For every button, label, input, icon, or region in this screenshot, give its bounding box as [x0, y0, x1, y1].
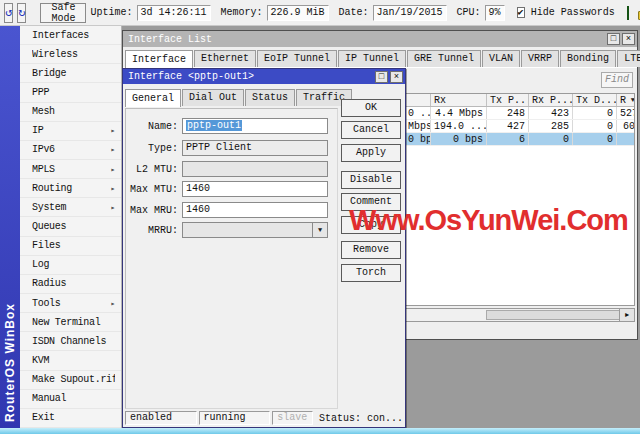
- maximize-button[interactable]: □: [607, 33, 620, 45]
- tab-eoip-tunnel[interactable]: EoIP Tunnel: [257, 50, 337, 67]
- cell-rx-packets: 285: [528, 120, 572, 132]
- tab-status[interactable]: Status: [245, 89, 295, 106]
- sidebar-item-files[interactable]: Files: [20, 237, 121, 256]
- torch-button[interactable]: Torch: [341, 264, 401, 282]
- disable-button[interactable]: Disable: [341, 171, 401, 189]
- redo-button[interactable]: ↻: [17, 3, 26, 23]
- sidebar-item-make-supout[interactable]: Make Supout.rif: [20, 371, 121, 390]
- cancel-button[interactable]: Cancel: [341, 121, 401, 139]
- sidebar-item-exit[interactable]: Exit: [20, 409, 121, 428]
- name-input[interactable]: pptp-out1: [182, 118, 328, 134]
- submenu-arrow-icon: ▸: [110, 203, 115, 212]
- tab-bonding[interactable]: Bonding: [560, 50, 616, 67]
- scroll-right-arrow[interactable]: ►: [619, 309, 634, 321]
- tab-ip-tunnel[interactable]: IP Tunnel: [338, 50, 406, 67]
- hide-passwords-checkbox[interactable]: ✔: [517, 7, 525, 18]
- type-label: Type:: [126, 143, 182, 154]
- cell-tx-drops: 0: [572, 107, 616, 119]
- dialog-titlebar[interactable]: Interface <pptp-out1> □ ×: [123, 69, 405, 84]
- cell-tx-packets: 427: [486, 120, 528, 132]
- cell-r: [616, 133, 635, 145]
- interface-list-titlebar[interactable]: Interface List □ ×: [123, 31, 637, 47]
- sidebar-item-system[interactable]: System▸: [20, 198, 121, 217]
- hide-passwords-label: Hide Passwords: [531, 7, 615, 18]
- sidebar-item-ppp[interactable]: PPP: [20, 83, 121, 102]
- col-header-r[interactable]: R▼: [616, 94, 635, 106]
- apply-button[interactable]: Apply: [341, 144, 401, 162]
- col-header-tx[interactable]: [404, 94, 430, 106]
- undo-icon: ↺: [5, 5, 12, 20]
- sidebar-item-label: KVM: [32, 355, 115, 366]
- sidebar-item-label: Log: [32, 259, 115, 270]
- sidebar-item-label: Tools: [32, 298, 110, 309]
- brand-text: RouterOS WinBox: [3, 303, 17, 428]
- sidebar-item-interfaces[interactable]: Interfaces: [20, 26, 121, 45]
- undo-button[interactable]: ↺: [4, 3, 13, 23]
- window-title: Interface List: [128, 34, 212, 45]
- sidebar-item-routing[interactable]: Routing▸: [20, 179, 121, 198]
- cpu-label: CPU:: [457, 7, 481, 18]
- submenu-arrow-icon: ▸: [110, 165, 115, 174]
- submenu-arrow-icon: ▸: [110, 184, 115, 193]
- sidebar-item-ipv6[interactable]: IPv6▸: [20, 141, 121, 160]
- tab-interface[interactable]: Interface: [125, 50, 193, 68]
- redo-icon: ↻: [18, 5, 25, 20]
- safe-mode-button[interactable]: Safe Mode: [40, 3, 86, 23]
- slave-status: slave: [272, 411, 313, 425]
- find-button[interactable]: Find: [601, 72, 633, 88]
- tab-vrrp[interactable]: VRRP: [521, 50, 559, 67]
- col-header-label: R: [620, 94, 626, 106]
- tab-general[interactable]: General: [125, 89, 181, 107]
- sidebar-item-label: Bridge: [32, 68, 115, 79]
- sidebar-menu: Interfaces Wireless Bridge PPP Mesh IP▸ …: [20, 26, 122, 428]
- sidebar-item-queues[interactable]: Queues: [20, 217, 121, 236]
- sidebar-item-label: Manual: [32, 393, 115, 404]
- sidebar-item-radius[interactable]: Radius: [20, 275, 121, 294]
- col-header-rx-packets[interactable]: Rx P...: [528, 94, 572, 106]
- sidebar-item-ip[interactable]: IP▸: [20, 122, 121, 141]
- table-row[interactable]: 0 ... 4.4 Mbps 248 423 0 527: [404, 107, 635, 120]
- table-row[interactable]: Mbps 194.0 ... 427 285 0 60: [404, 120, 635, 133]
- sidebar-item-log[interactable]: Log: [20, 256, 121, 275]
- sidebar-item-kvm[interactable]: KVM: [20, 351, 121, 370]
- remove-button[interactable]: Remove: [341, 241, 401, 259]
- sidebar-item-wireless[interactable]: Wireless: [20, 45, 121, 64]
- arrow-right-icon: ►: [625, 311, 629, 319]
- mrru-combobox[interactable]: ▼: [182, 222, 328, 238]
- close-button[interactable]: ×: [622, 33, 635, 45]
- maxmtu-input[interactable]: 1460: [182, 181, 328, 197]
- sidebar-item-mpls[interactable]: MPLS▸: [20, 160, 121, 179]
- tab-gre-tunnel[interactable]: GRE Tunnel: [407, 50, 481, 67]
- cell-rx-packets: 0: [528, 133, 572, 145]
- col-header-tx-packets[interactable]: Tx P...: [486, 94, 528, 106]
- dropdown-button[interactable]: ▼: [312, 222, 328, 238]
- sidebar-item-label: Wireless: [32, 49, 115, 60]
- window-bottom-edge: [0, 428, 640, 434]
- sidebar-item-isdn-channels[interactable]: ISDN Channels: [20, 332, 121, 351]
- col-header-rx[interactable]: Rx: [430, 94, 486, 106]
- sidebar-item-tools[interactable]: Tools▸: [20, 294, 121, 313]
- close-button[interactable]: ×: [390, 71, 403, 83]
- sidebar-item-mesh[interactable]: Mesh: [20, 103, 121, 122]
- scrollbar-thumb[interactable]: [486, 310, 626, 320]
- maxmru-input[interactable]: 1460: [182, 202, 328, 218]
- sidebar-item-bridge[interactable]: Bridge: [20, 64, 121, 83]
- sidebar-item-new-terminal[interactable]: New Terminal: [20, 313, 121, 332]
- tab-ethernet[interactable]: Ethernet: [194, 50, 256, 67]
- running-status: running: [199, 411, 271, 425]
- sidebar-item-label: Mesh: [32, 106, 115, 117]
- cell-tx: 0 ...: [404, 107, 430, 119]
- sort-arrow-icon[interactable]: ▼: [631, 94, 635, 106]
- tab-vlan[interactable]: VLAN: [482, 50, 520, 67]
- maxmtu-label: Max MTU:: [126, 184, 182, 195]
- traffic-indicator-icon: [627, 6, 629, 20]
- tab-lte[interactable]: LTE: [617, 50, 640, 67]
- col-header-tx-drops[interactable]: Tx D...: [572, 94, 616, 106]
- mrru-label: MRRU:: [126, 225, 182, 236]
- table-row-selected[interactable]: 0 bps 0 bps 6 0 0: [404, 133, 635, 146]
- tab-dial-out[interactable]: Dial Out: [182, 89, 244, 106]
- maxmru-label: Max MRU:: [126, 205, 182, 216]
- ok-button[interactable]: OK: [341, 99, 401, 117]
- maximize-button[interactable]: □: [375, 71, 388, 83]
- sidebar-item-manual[interactable]: Manual: [20, 390, 121, 409]
